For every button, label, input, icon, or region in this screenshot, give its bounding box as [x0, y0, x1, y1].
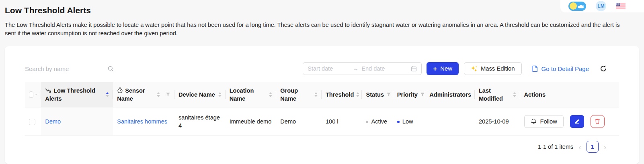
select-all-header — [25, 82, 41, 107]
delete-button[interactable] — [591, 115, 605, 128]
select-all-checkbox[interactable] — [29, 91, 33, 98]
sort-icons — [269, 92, 272, 97]
row-select-cell — [25, 107, 41, 136]
filter-icon[interactable] — [386, 92, 391, 97]
priority-dot — [397, 121, 400, 123]
page-header: Low Threshold Alerts The Low Threshold A… — [0, 0, 644, 38]
toolbar-right: → + New — [303, 62, 619, 75]
us-flag-icon[interactable] — [616, 3, 626, 9]
sparkles-icon — [471, 65, 478, 72]
column-header-sensor-name[interactable]: Sensor Name — [113, 82, 174, 107]
column-header-last-modified[interactable]: Last Modified — [475, 82, 520, 107]
selection-dropdown-icon[interactable] — [35, 93, 37, 96]
column-header-priority[interactable]: Priority — [393, 82, 425, 107]
column-header-group-name[interactable]: Group Name — [276, 82, 322, 107]
arrow-right-icon: → — [353, 65, 358, 72]
sensor-name-link[interactable]: Sanitaires hommes — [117, 118, 167, 125]
page: LM Low Threshold Alerts The Low Threshol… — [0, 0, 644, 164]
priority-cell: Low — [393, 107, 425, 136]
edit-button[interactable] — [570, 115, 584, 128]
sort-icons — [356, 92, 359, 97]
column-header-administrators: Administrators — [425, 82, 475, 107]
sort-icons — [157, 92, 160, 97]
alert-name-cell: Demo — [41, 107, 113, 136]
previous-page-icon[interactable]: ‹ — [578, 143, 581, 151]
plus-icon: + — [433, 65, 437, 72]
go-to-detail-page-link[interactable]: Go to Detail Page — [532, 65, 589, 72]
column-header-device-name[interactable]: Device Name — [174, 82, 226, 107]
bell-icon — [531, 118, 537, 124]
mass-edition-button[interactable]: Mass Edition — [464, 62, 522, 75]
sort-icons — [314, 92, 318, 97]
follow-button[interactable]: Follow — [524, 115, 564, 128]
search-icon — [108, 66, 114, 72]
filter-icon[interactable] — [166, 92, 170, 97]
gauge-icon — [117, 87, 123, 93]
page-title: Low Threshold Alerts — [5, 6, 638, 15]
next-page-icon[interactable]: › — [604, 143, 606, 151]
column-header-actions: Actions — [520, 82, 619, 107]
column-header-low-threshold-alerts[interactable]: Low Threshold Alerts — [41, 82, 113, 107]
alerts-table: Low Threshold Alerts — [25, 82, 619, 136]
avatar[interactable]: LM — [596, 1, 606, 11]
threshold-cell: 100 l — [322, 107, 362, 136]
search-input[interactable] — [25, 63, 115, 75]
column-header-status[interactable]: Status — [362, 82, 393, 107]
group-name-cell: Demo — [276, 107, 322, 136]
status-cell: Active — [362, 107, 393, 136]
sort-icons — [513, 92, 516, 97]
last-modified-cell: 2025-10-09 — [475, 107, 520, 136]
page-description: The Low Threshold Alerts make it possibl… — [5, 21, 638, 38]
pagination: 1-1 of 1 items ‹ 1 › — [25, 136, 619, 153]
theme-toggle[interactable] — [568, 2, 586, 11]
sensor-name-cell: Sanitaires hommes — [113, 107, 174, 136]
new-button[interactable]: + New — [427, 62, 459, 75]
column-header-location-name[interactable]: Location Name — [226, 82, 277, 107]
sun-icon — [570, 2, 577, 10]
trend-down-icon — [45, 88, 51, 93]
device-name-cell: sanitaires étage 4 — [174, 107, 226, 136]
actions-cell: Follow — [520, 107, 619, 136]
current-page-button[interactable]: 1 — [587, 141, 599, 153]
search-box — [25, 63, 115, 75]
refresh-icon[interactable] — [600, 65, 607, 72]
pencil-icon — [574, 118, 580, 124]
toolbar: → + New — [25, 62, 619, 75]
calendar-icon — [411, 66, 417, 72]
topbar-widget: LM — [560, 0, 644, 12]
date-range-picker[interactable]: → — [303, 62, 422, 75]
status-dot — [366, 121, 368, 123]
cloud-icon — [578, 4, 585, 8]
trash-icon — [595, 118, 600, 124]
filter-icon[interactable] — [420, 92, 425, 97]
sort-icons — [218, 92, 222, 97]
sort-icons — [106, 92, 109, 97]
alerts-card: → + New — [5, 46, 639, 164]
start-date-input[interactable] — [308, 65, 353, 72]
administrators-cell — [425, 107, 475, 136]
table-row: Demo Sanitaires hommes sanitaires étage … — [25, 107, 619, 136]
pagination-summary: 1-1 of 1 items — [538, 144, 573, 150]
document-icon — [532, 65, 538, 72]
table-header-row: Low Threshold Alerts — [25, 82, 619, 107]
alert-name-link[interactable]: Demo — [45, 118, 61, 125]
column-header-threshold[interactable]: Threshold — [322, 82, 362, 107]
end-date-input[interactable] — [361, 65, 406, 72]
location-name-cell: Immeuble demo — [226, 107, 277, 136]
row-checkbox[interactable] — [29, 119, 35, 125]
